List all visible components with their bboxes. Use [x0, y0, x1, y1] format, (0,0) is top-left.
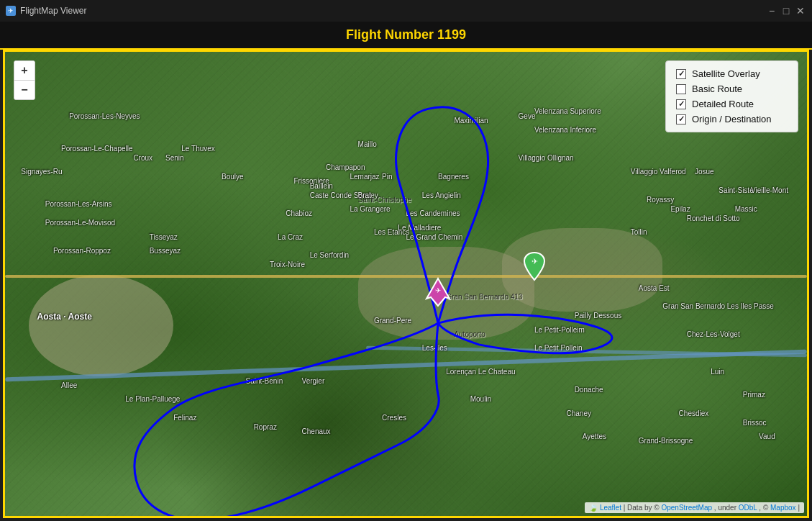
zoom-out-button[interactable]: −: [14, 81, 35, 99]
minimize-button[interactable]: −: [766, 5, 777, 17]
odbl-link[interactable]: ODbL: [739, 504, 757, 512]
legend-origin-destination[interactable]: Origin / Destination: [676, 114, 788, 124]
close-button[interactable]: ✕: [795, 5, 806, 17]
origin-destination-label: Origin / Destination: [692, 114, 772, 124]
app-window: ✈ FlightMap Viewer − □ ✕ Flight Number 1…: [0, 0, 812, 521]
legend-panel: Satellite Overlay Basic Route Detailed R…: [665, 60, 798, 132]
legend-satellite-overlay[interactable]: Satellite Overlay: [676, 68, 788, 79]
detailed-route-label: Detailed Route: [692, 99, 754, 109]
map-attribution: 🍃 Leaflet | Data by © OpenStreetMap , un…: [585, 502, 804, 513]
flight-title: Flight Number 1199: [346, 27, 466, 42]
app-title: Flight Number 1199: [0, 22, 812, 50]
origin-marker: ✈: [425, 276, 451, 310]
destination-marker: ✈: [523, 251, 546, 284]
mapbox-link[interactable]: Mapbox: [770, 504, 796, 512]
map-container[interactable]: Aosta · Aoste Porossan-Les-Neyves Poross…: [3, 50, 809, 518]
zoom-controls: + −: [14, 60, 35, 100]
osm-link[interactable]: OpenStreetMap: [661, 504, 712, 512]
maximize-button[interactable]: □: [780, 5, 792, 17]
legend-basic-route[interactable]: Basic Route: [676, 83, 788, 94]
origin-destination-checkbox[interactable]: [676, 114, 686, 124]
legend-detailed-route[interactable]: Detailed Route: [676, 99, 788, 109]
svg-text:✈: ✈: [435, 286, 441, 294]
attribution-under: , under: [714, 504, 739, 512]
app-icon: ✈: [6, 6, 16, 16]
svg-text:✈: ✈: [531, 257, 537, 266]
zoom-in-button[interactable]: +: [14, 61, 35, 80]
leaflet-link[interactable]: Leaflet: [600, 504, 621, 512]
attribution-sep2: , ©: [759, 504, 770, 512]
titlebar: ✈ FlightMap Viewer − □ ✕: [0, 0, 812, 22]
satellite-overlay-checkbox[interactable]: [676, 69, 686, 79]
window-title: FlightMap Viewer: [20, 6, 86, 16]
basic-route-checkbox[interactable]: [676, 84, 686, 94]
attribution-separator: | Data by ©: [624, 504, 662, 512]
satellite-overlay-label: Satellite Overlay: [692, 68, 760, 79]
detailed-route-checkbox[interactable]: [676, 99, 686, 109]
attribution-pipe: |: [798, 504, 800, 512]
basic-route-label: Basic Route: [692, 83, 742, 94]
titlebar-controls: − □ ✕: [766, 5, 806, 17]
leaflet-icon: 🍃: [589, 504, 598, 512]
titlebar-left: ✈ FlightMap Viewer: [6, 6, 86, 16]
